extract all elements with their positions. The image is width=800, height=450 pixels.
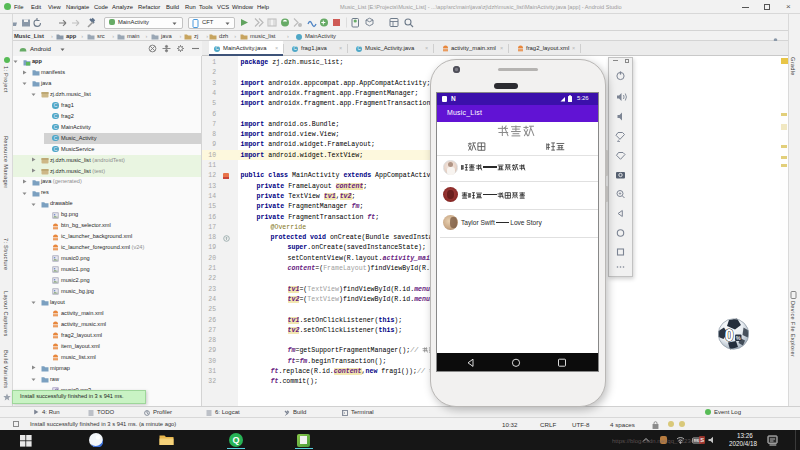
svg-text:%: % (736, 335, 741, 341)
svg-text:0: 0 (725, 327, 734, 344)
